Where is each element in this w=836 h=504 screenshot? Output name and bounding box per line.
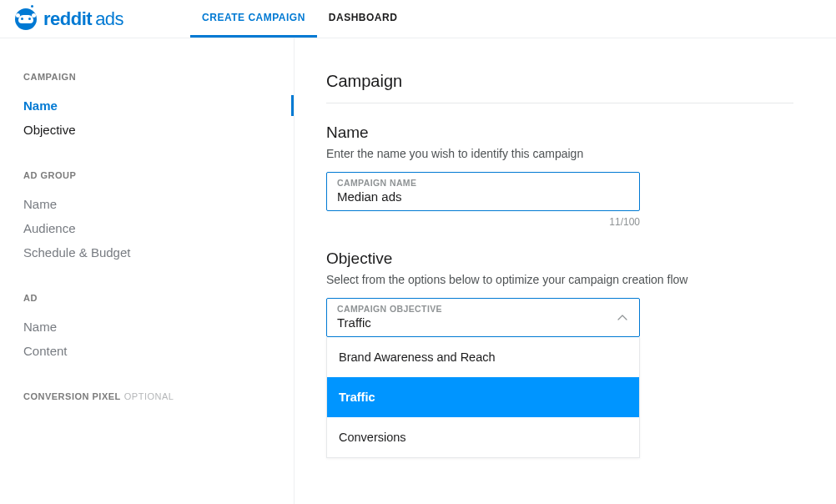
sidebar: CAMPAIGNNameObjectiveAD GROUPNameAudienc… [0,38,295,504]
campaign-objective-dropdown: Brand Awareness and ReachTrafficConversi… [326,337,640,458]
reddit-icon [15,8,37,30]
campaign-objective-label: CAMPAIGN OBJECTIVE [337,304,609,314]
top-nav: CREATE CAMPAIGNDASHBOARD [190,0,409,38]
objective-section-title: Objective [326,249,836,268]
sidebar-item-schedule-budget: Schedule & Budget [23,240,294,265]
name-section-desc: Enter the name you wish to identify this… [326,147,836,160]
campaign-name-counter: 11/100 [326,216,640,228]
page-title: Campaign [326,72,793,103]
campaign-name-label: CAMPAIGN NAME [337,178,629,188]
sidebar-item-objective[interactable]: Objective [23,118,294,142]
sidebar-item-content: Content [23,339,294,363]
sidebar-item-name[interactable]: Name [23,93,294,118]
campaign-name-field[interactable]: CAMPAIGN NAME [326,172,640,211]
campaign-objective-value: Traffic [337,315,609,330]
sidebar-item-audience: Audience [23,216,294,240]
sidebar-group-ad: ADNameContent [23,293,294,363]
sidebar-item-name: Name [23,192,294,216]
name-section-title: Name [326,123,836,142]
sidebar-group-ad-group: AD GROUPNameAudienceSchedule & Budget [23,170,294,265]
sidebar-heading: AD [23,293,294,303]
chevron-up-icon [617,315,627,321]
objective-section: Objective Select from the options below … [326,249,836,458]
objective-section-desc: Select from the options below to optimiz… [326,273,836,286]
sidebar-group-campaign: CAMPAIGNNameObjective [23,72,294,142]
name-section: Name Enter the name you wish to identify… [326,123,836,228]
campaign-objective-select[interactable]: CAMPAIGN OBJECTIVE Traffic [326,298,640,337]
objective-option-conversions[interactable]: Conversions [327,417,639,457]
brand-logo[interactable]: redditads [15,8,123,30]
topnav-item-create-campaign[interactable]: CREATE CAMPAIGN [190,0,317,38]
sidebar-item-conversion-pixel[interactable]: CONVERSION PIXELOPTIONAL [23,391,294,401]
objective-option-traffic[interactable]: Traffic [327,377,639,417]
sidebar-item-name: Name [23,315,294,339]
main-panel: Campaign Name Enter the name you wish to… [295,38,836,504]
brand-text: redditads [43,8,123,30]
sidebar-heading: AD GROUP [23,170,294,180]
sidebar-heading: CAMPAIGN [23,72,294,82]
objective-option-brand-awareness-and-reach[interactable]: Brand Awareness and Reach [327,337,639,377]
campaign-name-input[interactable] [337,189,629,204]
top-header: redditads CREATE CAMPAIGNDASHBOARD [0,0,836,38]
topnav-item-dashboard[interactable]: DASHBOARD [317,0,410,38]
